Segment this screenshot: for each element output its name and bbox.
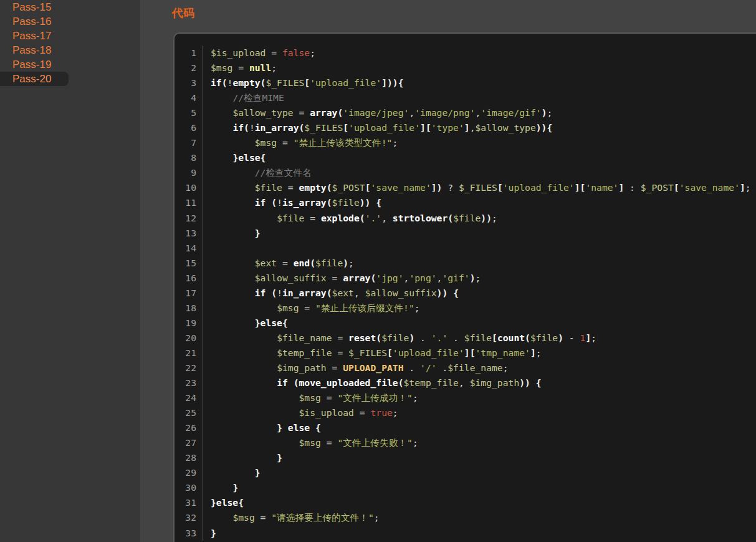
line-number: 16 <box>175 271 203 286</box>
code-lines: 1$is_upload = false;2$msg = null;3if(!em… <box>175 46 756 541</box>
code-text: } <box>203 450 282 465</box>
code-line: 8 }else{ <box>175 150 756 165</box>
code-text: $msg = "禁止上传该后缀文件!"; <box>203 301 420 316</box>
line-number: 21 <box>175 346 203 361</box>
line-number: 7 <box>175 135 203 150</box>
code-line: 26 } else { <box>175 420 756 435</box>
code-text <box>203 241 211 256</box>
line-number: 2 <box>175 60 203 75</box>
code-line: 28 } <box>175 450 756 465</box>
code-line: 31}else{ <box>175 495 756 510</box>
code-line: 27 $msg = "文件上传失败！"; <box>175 435 756 450</box>
line-number: 31 <box>175 495 203 510</box>
code-line: 29 } <box>175 465 756 480</box>
code-text: }else{ <box>203 316 288 331</box>
line-number: 3 <box>175 75 203 90</box>
code-text: if(!in_array($_FILES['upload_file']['typ… <box>203 120 552 135</box>
code-line: 30 } <box>175 480 756 495</box>
line-number: 32 <box>175 510 203 525</box>
code-text: } <box>203 226 261 241</box>
code-line: 24 $msg = "文件上传成功！"; <box>175 390 756 405</box>
code-text: if (!in_array($ext, $allow_suffix)) { <box>203 286 459 301</box>
code-line: 23 if (move_uploaded_file($temp_file, $i… <box>175 375 756 390</box>
code-text: $is_upload = true; <box>203 405 398 420</box>
line-number: 6 <box>175 120 203 135</box>
code-line: 11 if (!is_array($file)) { <box>175 195 756 210</box>
code-line: 16 $allow_suffix = array('jpg','png','gi… <box>175 271 756 286</box>
line-number: 27 <box>175 435 203 450</box>
line-number: 18 <box>175 301 203 316</box>
code-line: 14 <box>175 241 756 256</box>
code-line: 18 $msg = "禁止上传该后缀文件!"; <box>175 301 756 316</box>
code-text: $allow_type = array('image/jpeg','image/… <box>203 105 552 120</box>
code-line: 1$is_upload = false; <box>175 46 756 60</box>
code-text: } else { <box>203 420 321 435</box>
line-number: 22 <box>175 361 203 375</box>
code-line: 10 $file = empty($_POST['save_name']) ? … <box>175 180 756 195</box>
code-line: 20 $file_name = reset($file) . '.' . $fi… <box>175 331 756 346</box>
code-line: 7 $msg = "禁止上传该类型文件!"; <box>175 135 756 150</box>
line-number: 10 <box>175 180 203 195</box>
line-number: 30 <box>175 480 203 495</box>
code-text: $msg = "文件上传失败！"; <box>203 435 418 450</box>
line-number: 4 <box>175 90 203 105</box>
sidebar-nav: Pass-15Pass-16Pass-17Pass-18Pass-19Pass-… <box>0 0 140 86</box>
line-number: 20 <box>175 331 203 346</box>
code-text: $temp_file = $_FILES['upload_file']['tmp… <box>203 346 542 361</box>
code-text: if(!empty($_FILES['upload_file'])){ <box>203 75 404 90</box>
code-line: 15 $ext = end($file); <box>175 256 756 271</box>
line-number: 23 <box>175 375 203 390</box>
code-text: //检查文件名 <box>203 165 312 180</box>
code-text: $file_name = reset($file) . '.' . $file[… <box>203 331 596 346</box>
line-number: 13 <box>175 226 203 241</box>
code-line: 19 }else{ <box>175 316 756 331</box>
code-text: $msg = "文件上传成功！"; <box>203 390 418 405</box>
code-block: 1$is_upload = false;2$msg = null;3if(!em… <box>173 32 756 542</box>
line-number: 28 <box>175 450 203 465</box>
code-line: 17 if (!in_array($ext, $allow_suffix)) { <box>175 286 756 301</box>
code-line: 6 if(!in_array($_FILES['upload_file']['t… <box>175 120 756 135</box>
line-number: 25 <box>175 405 203 420</box>
line-number: 12 <box>175 211 203 226</box>
line-number: 1 <box>175 46 203 60</box>
line-number: 14 <box>175 241 203 256</box>
code-text: $allow_suffix = array('jpg','png','gif')… <box>203 271 481 286</box>
code-line: 32 $msg = "请选择要上传的文件！"; <box>175 510 756 525</box>
code-line: 2$msg = null; <box>175 60 756 75</box>
code-line: 25 $is_upload = true; <box>175 405 756 420</box>
code-text: } <box>203 480 238 495</box>
code-line: 13 } <box>175 226 756 241</box>
code-text: if (!is_array($file)) { <box>203 195 381 210</box>
line-number: 8 <box>175 150 203 165</box>
line-number: 19 <box>175 316 203 331</box>
line-number: 24 <box>175 390 203 405</box>
code-line: 5 $allow_type = array('image/jpeg','imag… <box>175 105 756 120</box>
sidebar-item-pass-20[interactable]: Pass-20 <box>0 72 69 86</box>
line-number: 11 <box>175 195 203 210</box>
code-line: 33} <box>175 526 756 541</box>
sidebar-item-pass-18[interactable]: Pass-18 <box>0 43 140 57</box>
code-text: $is_upload = false; <box>203 46 315 60</box>
code-text: $ext = end($file); <box>203 256 354 271</box>
line-number: 9 <box>175 165 203 180</box>
code-text: $msg = null; <box>203 60 277 75</box>
sidebar-item-pass-17[interactable]: Pass-17 <box>0 29 140 43</box>
code-text: $img_path = UPLOAD_PATH . '/' .$file_nam… <box>203 361 509 375</box>
code-text: }else{ <box>203 150 266 165</box>
sidebar-item-pass-16[interactable]: Pass-16 <box>0 14 140 29</box>
code-line: 3if(!empty($_FILES['upload_file'])){ <box>175 75 756 90</box>
line-number: 26 <box>175 420 203 435</box>
line-number: 33 <box>175 526 203 541</box>
code-text: }else{ <box>203 495 244 510</box>
code-text: //检查MIME <box>203 90 284 105</box>
code-line: 21 $temp_file = $_FILES['upload_file']['… <box>175 346 756 361</box>
code-text: $file = explode('.', strtolower($file)); <box>203 211 497 226</box>
line-number: 29 <box>175 465 203 480</box>
code-text: } <box>203 526 216 541</box>
code-text: $file = empty($_POST['save_name']) ? $_F… <box>203 180 751 195</box>
sidebar-item-pass-19[interactable]: Pass-19 <box>0 57 140 72</box>
line-number: 17 <box>175 286 203 301</box>
sidebar-item-pass-15[interactable]: Pass-15 <box>0 0 140 14</box>
code-line: 9 //检查文件名 <box>175 165 756 180</box>
code-line: 22 $img_path = UPLOAD_PATH . '/' .$file_… <box>175 361 756 375</box>
